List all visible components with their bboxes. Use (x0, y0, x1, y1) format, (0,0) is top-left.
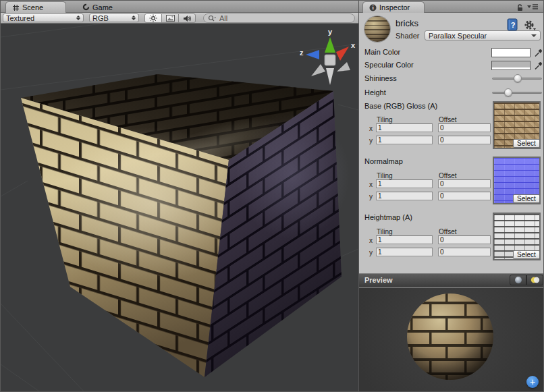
shininess-label: Shininess (364, 74, 397, 82)
inspector-tabstrip: i Inspector (359, 1, 544, 13)
scene-search-input[interactable] (218, 13, 333, 23)
gear-icon[interactable] (523, 20, 537, 32)
shininess-slider-knob[interactable] (514, 74, 522, 82)
scene-audio-toggle[interactable] (178, 13, 196, 23)
image-icon (166, 15, 175, 22)
heightmap-offset-x-input[interactable] (438, 235, 491, 244)
search-icon (208, 15, 217, 22)
gizmo-z-label: z (300, 49, 304, 57)
help-icon[interactable]: ? (507, 18, 518, 31)
preview-header[interactable]: Preview (359, 273, 544, 287)
sun-icon (149, 14, 157, 22)
base-offset-y-input[interactable] (438, 136, 491, 144)
draw-mode-label: Textured (6, 14, 74, 22)
base-map-label: Base (RGB) Gloss (A) (364, 102, 437, 110)
tab-inspector[interactable]: i Inspector (362, 1, 425, 13)
shininess-slider[interactable] (492, 74, 542, 83)
heightmap-tiling-x-input[interactable] (376, 235, 433, 244)
draw-mode-dropdown[interactable]: Textured (3, 13, 84, 22)
offset-header: Offset (439, 228, 457, 235)
height-label: Height (364, 88, 386, 96)
info-icon: i (369, 4, 377, 11)
inspector-panel-menu-icon[interactable] (526, 3, 539, 10)
offset-header: Offset (439, 116, 457, 123)
x-axis-label: x (369, 181, 373, 188)
tab-scene-label: Scene (22, 3, 43, 11)
gizmo-y-cone (325, 37, 335, 53)
normalmap-tiling-y-input[interactable] (376, 192, 433, 200)
specular-color-swatch[interactable] (491, 61, 531, 70)
gizmo-front-cone (326, 68, 334, 85)
main-color-swatch[interactable] (491, 48, 531, 57)
scene-lighting-toggle[interactable] (144, 13, 162, 23)
shader-value: Parallax Specular (429, 32, 487, 40)
x-axis-label: x (369, 237, 373, 244)
tiling-header: Tiling (377, 228, 393, 235)
normalmap-tiling-x-input[interactable] (376, 179, 433, 188)
shader-dropdown[interactable]: Parallax Specular (425, 30, 541, 40)
tab-game[interactable]: Game (76, 1, 130, 13)
scene-search-field[interactable] (203, 13, 355, 23)
gizmo-z-cone (306, 50, 319, 59)
preview-body[interactable]: + (359, 287, 544, 392)
gizmo-y-label: y (328, 28, 333, 36)
sphere-icon (514, 276, 522, 284)
scene-viewport[interactable]: y x z (1, 24, 358, 392)
game-swirl-icon (82, 3, 90, 11)
heightmap-select-button[interactable]: Select (513, 250, 540, 259)
offset-header: Offset (439, 172, 457, 179)
two-lights-icon (530, 276, 540, 284)
scene-toolbar: Textured RGB (1, 13, 358, 24)
normalmap-label: Normalmap (364, 157, 403, 165)
shader-label: Shader (396, 32, 419, 40)
gizmo-back-cone (311, 64, 325, 76)
speaker-icon (183, 15, 192, 22)
tab-scene[interactable]: Scene (5, 1, 66, 13)
svg-text:?: ? (511, 21, 516, 29)
updown-arrows-icon (76, 16, 80, 20)
y-axis-label: y (369, 249, 373, 256)
heightmap-label: Heightmap (A) (364, 213, 412, 221)
eyedropper-icon[interactable] (534, 61, 543, 70)
tiling-header: Tiling (377, 116, 393, 123)
base-offset-x-input[interactable] (438, 123, 491, 132)
preview-lighting-button[interactable] (526, 275, 543, 285)
scene-grid-icon (12, 4, 20, 11)
brick-cube (21, 74, 350, 377)
x-axis-label: x (369, 125, 373, 132)
scene-gizmo: y x z (300, 28, 356, 85)
normalmap-offset-x-input[interactable] (438, 179, 491, 188)
gizmo-x-cone (336, 47, 349, 61)
inspector-lock-icon[interactable] (516, 3, 524, 11)
gizmo-x-label: x (351, 41, 356, 49)
normalmap-offset-y-input[interactable] (438, 192, 491, 200)
preview-sphere-mode-button[interactable] (510, 275, 526, 285)
height-slider-knob[interactable] (504, 88, 512, 96)
preview-sphere-render (359, 287, 544, 392)
heightmap-offset-y-input[interactable] (438, 248, 491, 256)
updown-arrows-icon (132, 16, 136, 20)
color-mode-dropdown[interactable]: RGB (89, 13, 139, 22)
height-slider[interactable] (492, 88, 542, 97)
eyedropper-icon[interactable] (534, 48, 543, 57)
preview-title: Preview (364, 276, 393, 284)
base-select-button[interactable]: Select (513, 139, 540, 148)
main-color-label: Main Color (364, 48, 400, 56)
normalmap-select-button[interactable]: Select (513, 194, 540, 203)
tab-game-label: Game (92, 3, 113, 11)
unity-editor-window: Scene Game Textured RGB (0, 0, 544, 392)
gizmo-back-cone (337, 62, 350, 72)
y-axis-label: y (369, 193, 373, 200)
base-tiling-y-input[interactable] (376, 136, 433, 144)
heightmap-tiling-y-input[interactable] (376, 248, 433, 256)
material-thumbnail-sphere[interactable] (364, 16, 390, 42)
inspector-panel: i Inspector bricks Shader Parallax Specu… (358, 1, 544, 392)
y-axis-label: y (369, 137, 373, 144)
specular-color-label: Specular Color (364, 61, 414, 69)
scene-tabstrip: Scene Game (1, 1, 358, 13)
material-name: bricks (396, 18, 418, 28)
scene-fx-toggle[interactable] (161, 13, 179, 23)
preview-add-button[interactable]: + (526, 376, 539, 388)
gizmo-center-cube (325, 55, 335, 65)
base-tiling-x-input[interactable] (376, 123, 433, 132)
